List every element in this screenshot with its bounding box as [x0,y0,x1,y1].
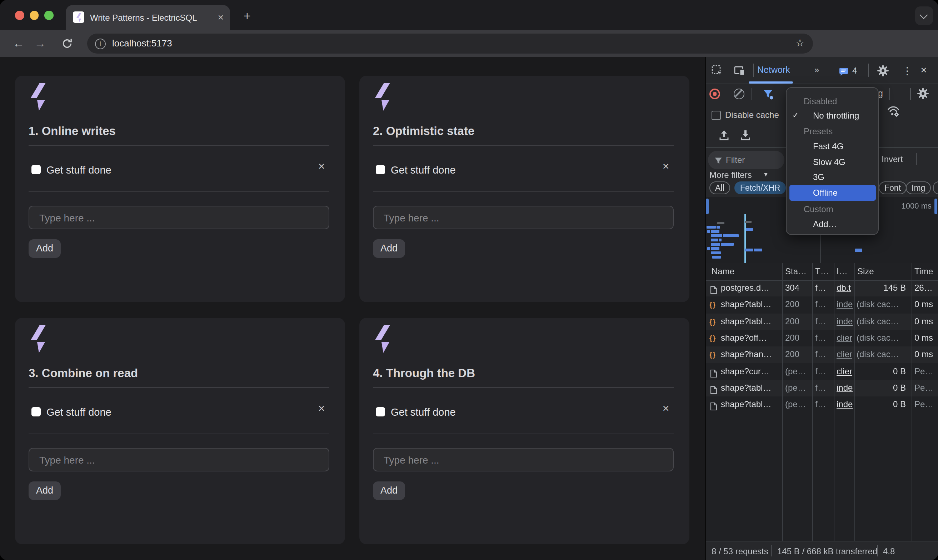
add-button[interactable]: Add [29,482,61,500]
disable-cache-checkbox[interactable] [712,111,721,120]
request-type: f… [815,280,832,297]
request-initiator[interactable]: clier [837,346,854,363]
record-network-log-button[interactable] [709,89,720,99]
tab-network[interactable]: Network [757,65,790,75]
todo-checkbox[interactable] [376,407,385,417]
todo-input[interactable] [373,206,674,229]
request-size: 0 B [854,380,909,397]
traffic-minimize-button[interactable] [30,11,38,20]
request-row[interactable]: {}shape?tabl…200f…inde(disk cac…0 ms [706,313,938,330]
divider [752,88,752,100]
network-filter-input[interactable]: Filter [708,151,784,169]
throttle-option-add[interactable]: Add… [813,219,837,229]
clear-network-log-icon[interactable] [733,89,744,99]
request-initiator[interactable]: inde [837,380,854,397]
throttle-option-nothrottling[interactable]: No throttling [813,111,859,121]
more-filters-label[interactable]: More filters [709,170,752,180]
invert-filter-label[interactable]: Invert [881,154,903,164]
todo-checkbox[interactable] [376,165,385,174]
todo-delete-icon[interactable]: × [660,160,672,173]
request-row[interactable]: postgres.d…304f…db.t145 B26… [706,280,938,297]
column-header-size[interactable]: Size [857,263,874,280]
add-button[interactable]: Add [29,239,61,258]
column-header-name[interactable]: Name [712,263,734,280]
card-divider [373,387,674,388]
request-initiator[interactable]: inde [837,297,854,314]
filter-chip-img[interactable]: Img [906,182,931,194]
reload-button[interactable] [57,30,77,57]
devtools-close-icon[interactable]: × [916,63,931,77]
todo-delete-icon[interactable]: × [315,402,328,415]
todo-delete-icon[interactable]: × [660,402,672,415]
new-tab-button[interactable]: + [238,8,256,25]
request-row[interactable]: shape?cur…(pe…f…clier0 BPe… [706,363,938,380]
todo-input[interactable] [29,206,329,229]
throttle-option-fast4g[interactable]: Fast 4G [813,142,843,151]
caret-down-icon[interactable]: ▼ [763,171,769,178]
request-row[interactable]: {}shape?off…200f…clier(disk cac…0 ms [706,330,938,347]
network-conditions-wifi-icon[interactable] [887,106,900,120]
inspect-element-icon[interactable] [712,65,723,79]
network-settings-gear-icon[interactable] [917,88,929,102]
request-row[interactable]: {}shape?tabl…200f…inde(disk cac…0 ms [706,297,938,314]
device-toolbar-icon[interactable] [733,65,745,79]
electric-bolt-icon [375,325,390,356]
url-text[interactable]: localhost:5173 [112,38,172,49]
import-har-icon[interactable] [719,130,729,144]
request-initiator[interactable]: inde [837,397,854,413]
request-initiator[interactable]: db.t [837,280,854,297]
filter-toggle-icon[interactable] [763,89,774,103]
traffic-zoom-button[interactable] [44,11,53,20]
column-header-time[interactable]: Time [915,263,933,280]
url-bar[interactable]: i localhost:5173 ☆ [87,34,813,54]
browser-tab[interactable]: Write Patterns - ElectricSQL × [66,5,230,30]
export-har-icon[interactable] [740,130,751,144]
request-row[interactable]: shape?tabl…(pe…f…inde0 BPe… [706,397,938,413]
site-info-icon[interactable]: i [95,38,106,49]
todo-checkbox[interactable] [31,165,41,174]
request-initiator[interactable]: clier [837,363,854,380]
request-row[interactable]: shape?tabl…(pe…f…inde0 BPe… [706,380,938,397]
request-initiator[interactable]: inde [837,313,854,330]
request-status: 200 [785,330,811,347]
request-name: shape?cur… [721,363,781,380]
throttling-select-clipped-text[interactable]: g [878,89,883,98]
todo-input[interactable] [373,448,674,471]
throttle-option-disabled: Disabled [804,97,837,106]
todo-card: 3. Combine on readGet stuff done×Add [15,318,345,544]
document-file-icon [710,368,717,380]
filter-chip-all[interactable]: All [709,182,730,194]
filter-chip-font[interactable]: Font [879,182,907,194]
filter-chip-clipped[interactable] [933,182,938,194]
devtools-menu-icon[interactable]: ⋮ [901,63,913,78]
issues-icon[interactable] [839,66,849,79]
column-header-t[interactable]: T… [815,263,829,280]
more-panels-icon[interactable]: » [814,65,818,75]
todo-checkbox[interactable] [31,407,41,417]
traffic-close-button[interactable] [15,11,24,20]
throttle-option-3g[interactable]: 3G [813,172,824,182]
request-type: f… [815,397,832,413]
throttle-option-offline[interactable]: Offline [813,188,838,198]
add-button[interactable]: Add [373,482,405,500]
column-header-sta[interactable]: Sta… [785,263,807,280]
forward-button[interactable]: → [30,30,50,57]
request-initiator[interactable]: clier [837,330,854,347]
request-size: 0 B [854,363,909,380]
throttle-option-slow4g[interactable]: Slow 4G [813,157,846,167]
column-header-i[interactable]: I… [837,263,847,280]
request-row[interactable]: {}shape?han…200f…clier(disk cac…0 ms [706,346,938,363]
back-button[interactable]: ← [9,30,29,57]
filter-chip-fetchxhr[interactable]: Fetch/XHR [734,182,786,194]
add-button[interactable]: Add [373,239,405,258]
devtools-settings-gear-icon[interactable] [877,65,889,79]
bookmark-star-icon[interactable]: ☆ [795,37,804,49]
column-divider [834,263,834,541]
todo-input[interactable] [29,448,329,471]
todo-delete-icon[interactable]: × [315,160,328,173]
issues-count[interactable]: 4 [852,66,857,76]
tab-close-icon[interactable]: × [214,11,227,23]
card-divider [29,145,329,146]
tab-search-button[interactable] [915,6,933,25]
disable-cache-label[interactable]: Disable cache [725,110,779,120]
